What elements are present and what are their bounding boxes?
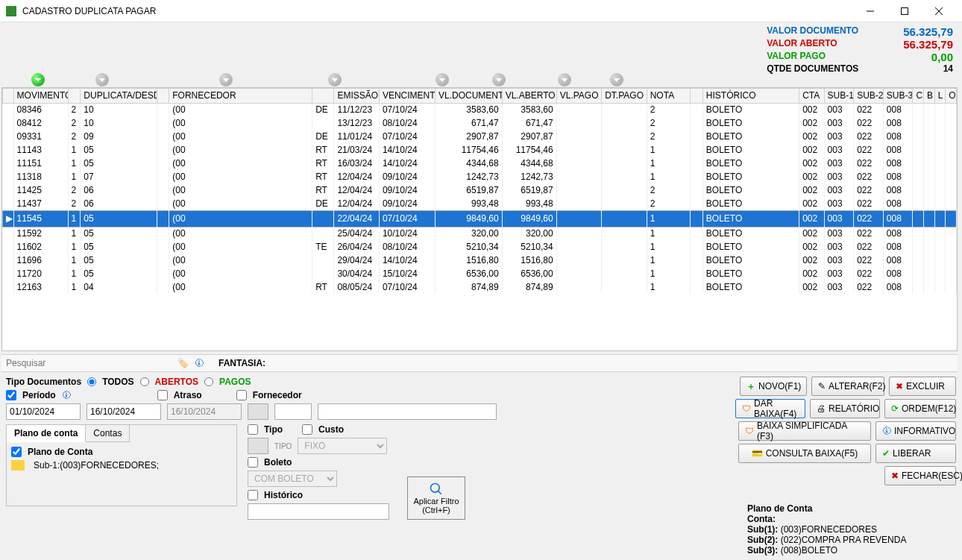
sort-arrow-vldoc[interactable] xyxy=(436,73,449,86)
col-header[interactable] xyxy=(157,88,169,103)
col-header[interactable]: SUB-3 xyxy=(883,88,913,103)
table-row[interactable]: 11425206(00RT12/04/2409/10/246519,876519… xyxy=(3,183,957,197)
date-atraso-input[interactable] xyxy=(167,403,242,420)
col-header[interactable]: CTA xyxy=(799,88,824,103)
col-header[interactable] xyxy=(691,88,703,103)
plano-tabbox: Plano de conta Contas Plano de Conta Sub… xyxy=(6,424,237,506)
chk-atraso[interactable] xyxy=(157,390,168,400)
chk-plano-conta[interactable] xyxy=(11,447,22,457)
excluir-button[interactable]: ✖EXCLUIR xyxy=(889,377,956,396)
ordem-button[interactable]: ⟳ORDEM(F12) xyxy=(884,399,956,418)
maximize-button[interactable] xyxy=(887,0,922,22)
col-header[interactable]: FORNECEDOR xyxy=(169,88,312,103)
col-header[interactable]: NOTA xyxy=(647,88,690,103)
table-row[interactable]: ▶11545105(0022/04/2407/10/249849,609849,… xyxy=(3,210,957,227)
chk-boleto[interactable] xyxy=(248,457,258,468)
col-header[interactable]: MOVIMENTO xyxy=(13,88,68,103)
table-row[interactable]: 11151105(00RT16/03/2414/10/244344,684344… xyxy=(3,157,957,170)
informativo-button[interactable]: 🛈INFORMATIVO xyxy=(875,421,956,441)
col-header[interactable]: VL.ABERTO xyxy=(502,88,556,103)
table-row[interactable]: 11720105(0030/04/2415/10/246536,006536,0… xyxy=(3,267,957,280)
col-header[interactable]: L xyxy=(934,88,946,103)
date-from-input[interactable] xyxy=(6,403,81,420)
col-header[interactable]: B xyxy=(924,88,935,103)
tipo-small-label: TIPO xyxy=(274,442,292,450)
radio-pagos[interactable] xyxy=(204,377,213,386)
plus-icon: ＋ xyxy=(746,380,755,393)
col-header[interactable]: VL.DOCUMENTO xyxy=(435,88,502,103)
close-button[interactable] xyxy=(922,0,956,22)
col-header[interactable]: O xyxy=(946,88,957,103)
sort-arrow-dtpago[interactable] xyxy=(610,73,623,86)
alterar-button[interactable]: ✎ALTERAR(F2) xyxy=(811,377,884,396)
relatorio-label: RELATÓRIO xyxy=(829,403,879,414)
table-row[interactable]: 08412210(0013/12/2308/10/24671,47671,472… xyxy=(3,116,957,130)
col-header[interactable] xyxy=(68,88,81,103)
radio-pagos-label: PAGOS xyxy=(219,377,251,387)
chk-periodo[interactable] xyxy=(6,390,16,400)
refresh-icon: ⟳ xyxy=(891,403,899,414)
info-icon[interactable]: 🛈 xyxy=(195,358,204,368)
sort-arrow-vlaberto[interactable] xyxy=(492,73,506,86)
col-header[interactable]: VENCIMENTO xyxy=(379,88,435,103)
col-header[interactable]: SUB-2 xyxy=(854,88,884,103)
sort-arrow-emissao[interactable] xyxy=(328,73,342,86)
historico-input[interactable] xyxy=(248,503,389,520)
consulta-baixa-button[interactable]: 💳CONSULTA BAIXA(F5) xyxy=(738,444,871,463)
table-row[interactable]: 11318107(00RT12/04/2409/10/241242,731242… xyxy=(3,170,957,183)
table-row[interactable]: 11602105(00TE26/04/2408/10/245210,345210… xyxy=(3,240,957,254)
col-header[interactable]: DT.PAGO xyxy=(602,88,647,103)
col-header[interactable]: C xyxy=(913,88,924,103)
col-header[interactable]: VL.PAGO xyxy=(556,88,602,103)
col-header[interactable]: HISTÓRICO xyxy=(702,88,799,103)
tab-contas[interactable]: Contas xyxy=(86,425,130,442)
dar-baixa-button[interactable]: 🛡DAR BAIXA(F4) xyxy=(735,399,805,418)
sort-arrow-vlpago[interactable] xyxy=(558,73,571,86)
fornecedor-id-input[interactable] xyxy=(274,403,312,420)
table-row[interactable]: 09331209(00DE11/01/2407/10/242907,872907… xyxy=(3,130,957,143)
fechar-label: FECHAR(ESC) xyxy=(902,471,962,481)
liberar-button[interactable]: ✔LIBERAR xyxy=(875,444,956,463)
sort-arrow-duplicata[interactable] xyxy=(95,73,109,86)
table-row[interactable]: 11696105(0029/04/2414/10/241516,801516,8… xyxy=(3,254,957,267)
chk-tipo[interactable] xyxy=(248,424,258,435)
table-row[interactable]: 11437206(00DE12/04/2409/10/24993,48993,4… xyxy=(3,197,957,210)
minimize-button[interactable] xyxy=(853,0,887,22)
novo-label: NOVO(F1) xyxy=(758,381,801,391)
custo-select[interactable]: FIXO xyxy=(298,438,387,454)
table-row[interactable]: 08346210(00DE11/12/2307/10/243583,603583… xyxy=(3,103,957,116)
radio-abertos[interactable] xyxy=(140,377,149,386)
sort-arrow-fornecedor[interactable] xyxy=(219,73,233,86)
baixa-simpl-label: BAIXA SIMPLIFICADA (F3) xyxy=(757,421,864,441)
chk-fornecedor[interactable] xyxy=(236,390,247,400)
radio-abertos-label: ABERTOS xyxy=(155,377,198,387)
info-periodo-icon[interactable]: 🛈 xyxy=(62,390,71,400)
data-grid[interactable]: MOVIMENTODUPLICATA/DESDFORNECEDOREMISSÃO… xyxy=(1,87,958,351)
fornecedor-name-input[interactable] xyxy=(318,403,497,420)
sort-arrow-movimento[interactable] xyxy=(31,73,45,86)
col-header[interactable] xyxy=(312,88,334,103)
col-header[interactable]: SUB-1 xyxy=(824,88,854,103)
relatorio-button[interactable]: 🖨RELATÓRIO xyxy=(810,399,880,418)
date-to-input[interactable] xyxy=(87,403,161,420)
table-row[interactable]: 11592105(0025/04/2410/10/24320,00320,001… xyxy=(3,227,957,240)
table-row[interactable]: 11143105(00RT21/03/2414/10/2411754,46117… xyxy=(3,143,957,157)
novo-button[interactable]: ＋NOVO(F1) xyxy=(740,377,807,396)
ordem-label: ORDEM(F12) xyxy=(902,403,956,414)
search-input[interactable] xyxy=(4,356,176,370)
tab-plano-conta[interactable]: Plano de conta xyxy=(7,425,86,442)
check-icon: ✔ xyxy=(882,448,890,459)
radio-todos[interactable] xyxy=(87,377,96,386)
col-header[interactable]: EMISSÃO xyxy=(334,88,380,103)
boleto-select[interactable]: COM BOLETO xyxy=(248,471,337,487)
col-header[interactable] xyxy=(3,88,14,103)
col-header[interactable]: DUPLICATA/DESD xyxy=(81,88,157,103)
chk-custo[interactable] xyxy=(302,424,312,435)
table-row[interactable]: 12163104(00RT08/05/2407/10/24874,89874,8… xyxy=(3,280,957,294)
chk-historico[interactable] xyxy=(248,490,258,500)
fechar-button[interactable]: ✖FECHAR(ESC) xyxy=(884,466,956,485)
baixa-simplificada-button[interactable]: 🛡BAIXA SIMPLIFICADA (F3) xyxy=(738,421,871,441)
consulta-label: CONSULTA BAIXA(F5) xyxy=(766,448,858,459)
aplicar-filtro-button[interactable]: Aplicar Filtro (Ctrl+F) xyxy=(407,476,465,520)
sub2-value: (022)COMPRA PRA REVENDA xyxy=(781,535,907,545)
